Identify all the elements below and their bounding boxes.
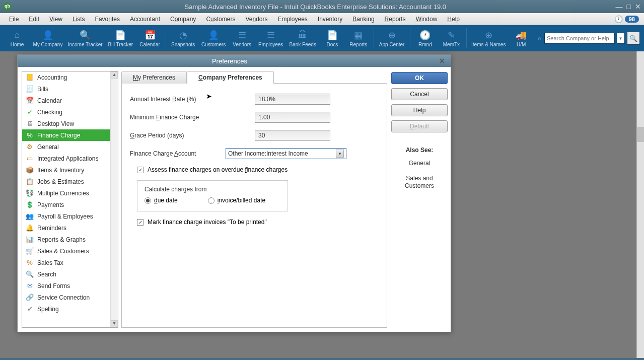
- toolbar-vendors[interactable]: ☰Vendors: [229, 29, 255, 48]
- pref-category-calendar[interactable]: 📅Calendar: [22, 95, 110, 106]
- scroll-down-arrow[interactable]: ▼: [111, 320, 118, 327]
- toolbar-label: Docs: [326, 42, 338, 47]
- toolbar-customers[interactable]: 👤Customers: [198, 29, 229, 48]
- menu-help[interactable]: Help: [443, 14, 464, 24]
- menu-file[interactable]: File: [5, 14, 23, 24]
- menu-banking[interactable]: Banking: [348, 14, 378, 24]
- notification-badge[interactable]: 98: [625, 16, 639, 23]
- toolbar-memtx[interactable]: ✎MemTx: [438, 29, 464, 48]
- toolbar-home[interactable]: ⌂Home: [4, 29, 30, 48]
- toolbar-rmnd[interactable]: 🕐Rmnd: [412, 29, 438, 48]
- pref-category-spelling[interactable]: ✔Spelling: [22, 303, 110, 315]
- toolbar-overflow-button[interactable]: »: [534, 34, 544, 42]
- toolbar-icon: ◔: [179, 30, 187, 41]
- category-icon: ✔: [24, 305, 35, 314]
- toolbar-snapshots[interactable]: ◔Snapshots: [168, 29, 198, 48]
- category-label: Checking: [35, 109, 62, 116]
- menu-employees[interactable]: Employees: [273, 14, 311, 24]
- menu-favorites[interactable]: Favorites: [91, 14, 124, 24]
- toolbar-employees[interactable]: ☰Employees: [255, 29, 287, 48]
- radio-due-date-label: due date: [154, 197, 178, 204]
- pref-category-reports-graphs[interactable]: 📊Reports & Graphs: [22, 234, 110, 245]
- toolbar-items-names[interactable]: ⊕Items & Names: [469, 29, 508, 48]
- menu-company[interactable]: Company: [166, 14, 200, 24]
- toolbar-separator: [410, 28, 410, 48]
- category-scrollbar[interactable]: ▲ ▼: [110, 71, 118, 327]
- toolbar-separator: [166, 28, 166, 48]
- pref-category-multiple-currencies[interactable]: 💱Multiple Currencies: [22, 187, 110, 199]
- pref-category-integrated-applications[interactable]: ▭Integrated Applications: [22, 153, 110, 164]
- maximize-button[interactable]: □: [627, 3, 631, 11]
- radio-invoice-date[interactable]: invoice/billed date: [208, 197, 265, 204]
- category-label: Payroll & Employees: [35, 213, 93, 220]
- mark-printed-checkbox[interactable]: ✓: [137, 219, 144, 226]
- menu-accountant[interactable]: Accountant: [126, 14, 164, 24]
- search-dropdown-button[interactable]: ▼: [617, 33, 625, 44]
- toolbar-bank-feeds[interactable]: 🏛Bank Feeds: [287, 29, 319, 48]
- menu-inventory[interactable]: Inventory: [314, 14, 346, 24]
- toolbar-reports[interactable]: ▦Reports: [345, 29, 372, 48]
- grace-period-input[interactable]: [255, 130, 330, 141]
- menu-customers[interactable]: Customers: [202, 14, 239, 24]
- pref-category-jobs-estimates[interactable]: 📋Jobs & Estimates: [22, 176, 110, 187]
- tab-company-preferences[interactable]: Company Preferences: [187, 71, 274, 84]
- pref-category-search[interactable]: 🔍Search: [22, 268, 110, 280]
- scroll-up-arrow[interactable]: ▲: [111, 71, 118, 79]
- pref-category-bills[interactable]: 🧾Bills: [22, 83, 110, 95]
- pref-category-checking[interactable]: ✓Checking: [22, 106, 110, 118]
- pref-category-reminders[interactable]: 🔔Reminders: [22, 222, 110, 234]
- dialog-close-button[interactable]: ✕: [438, 57, 447, 65]
- category-label: Items & Inventory: [35, 167, 84, 174]
- toolbar-icon: ⌂: [15, 30, 20, 41]
- pref-category-payments[interactable]: 💲Payments: [22, 199, 110, 210]
- pref-category-sales-customers[interactable]: 🛒Sales & Customers: [22, 245, 110, 257]
- menu-edit[interactable]: Edit: [25, 14, 43, 24]
- toolbar-bill-tracker[interactable]: 📄Bill Tracker: [105, 29, 136, 48]
- pref-category-send-forms[interactable]: ✉Send Forms: [22, 280, 110, 292]
- pref-category-items-inventory[interactable]: 📦Items & Inventory: [22, 164, 110, 176]
- help-button[interactable]: Help: [391, 104, 448, 116]
- pref-category-accounting[interactable]: 📒Accounting: [22, 71, 110, 83]
- radio-due-date[interactable]: due date: [145, 197, 178, 204]
- ok-button[interactable]: OK: [391, 72, 448, 84]
- also-see-sales-customers[interactable]: Sales and Customers: [391, 175, 448, 190]
- finance-account-select[interactable]: Other Income:Interest Income ▼: [226, 148, 346, 159]
- minimize-button[interactable]: —: [616, 3, 623, 11]
- pref-category-service-connection[interactable]: 🔗Service Connection: [22, 292, 110, 303]
- tab-my-preferences[interactable]: My Preferences: [121, 71, 187, 84]
- pref-category-sales-tax[interactable]: %Sales Tax: [22, 257, 110, 268]
- toolbar-my-company[interactable]: 👤My Company: [30, 29, 65, 48]
- menu-reports[interactable]: Reports: [381, 14, 410, 24]
- close-button[interactable]: ✕: [635, 3, 641, 11]
- dropdown-arrow-icon: ▼: [336, 150, 344, 158]
- cancel-button[interactable]: Cancel: [391, 88, 448, 100]
- pref-category-general[interactable]: ⚙General: [22, 141, 110, 153]
- pref-category-desktop-view[interactable]: 🖥Desktop View: [22, 118, 110, 129]
- min-charge-input[interactable]: [255, 112, 330, 123]
- also-see-general[interactable]: General: [391, 160, 448, 168]
- toolbar-docs[interactable]: 📄Docs: [319, 29, 345, 48]
- main-scrollbar[interactable]: [636, 51, 644, 358]
- search-input[interactable]: [544, 33, 615, 44]
- toolbar-u-m[interactable]: 🚚U/M: [508, 29, 534, 48]
- pref-category-finance-charge[interactable]: %Finance Charge: [22, 129, 110, 141]
- assess-charges-checkbox[interactable]: ✓: [137, 167, 144, 173]
- menu-lists[interactable]: Lists: [68, 14, 89, 24]
- menu-vendors[interactable]: Vendors: [241, 14, 271, 24]
- search-go-button[interactable]: 🔍: [627, 32, 640, 45]
- menu-window[interactable]: Window: [412, 14, 442, 24]
- reminders-clock-icon[interactable]: 🕐: [614, 15, 623, 23]
- category-label: Payments: [35, 201, 64, 208]
- menu-view[interactable]: View: [45, 14, 66, 24]
- toolbar-label: MemTx: [443, 42, 460, 47]
- toolbar-app-center[interactable]: ⊕App Center: [376, 29, 408, 48]
- category-label: Spelling: [35, 306, 59, 313]
- pref-category-payroll-employees[interactable]: 👥Payroll & Employees: [22, 210, 110, 222]
- dialog-titlebar[interactable]: Preferences ✕: [18, 55, 451, 67]
- category-label: Reports & Graphs: [35, 236, 86, 243]
- toolbar-income-tracker[interactable]: 🔍Income Tracker: [65, 29, 105, 48]
- annual-rate-input[interactable]: [255, 94, 330, 105]
- toolbar-icon: 🔍: [80, 30, 91, 41]
- toolbar-calendar[interactable]: 📅Calendar: [136, 29, 163, 48]
- default-button[interactable]: Default: [391, 120, 448, 132]
